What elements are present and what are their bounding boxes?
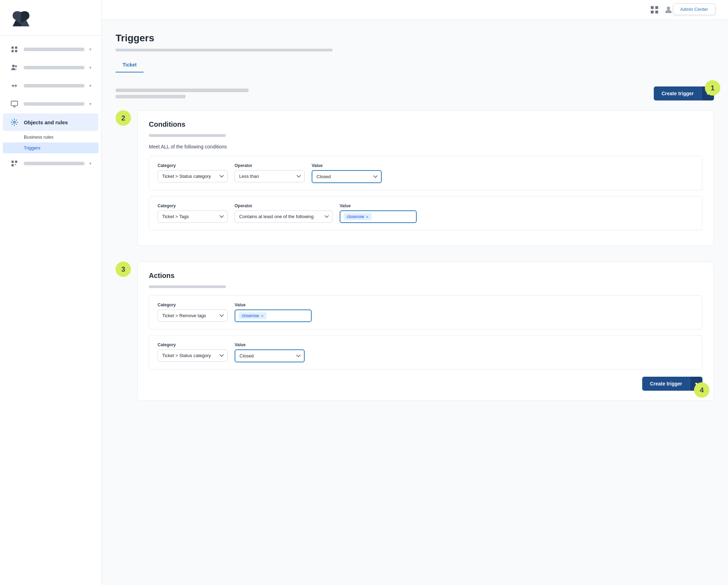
condition-1-category-label: Category bbox=[158, 163, 228, 168]
create-trigger-area: Create trigger ▾ 1 bbox=[654, 86, 714, 100]
action-1-category-select[interactable]: Ticket > Remove tags bbox=[158, 309, 228, 322]
conditions-subtitle-bar bbox=[149, 134, 226, 137]
admin-center-button[interactable]: Admin Center bbox=[673, 4, 715, 15]
condition-2-tag: closenow × bbox=[344, 213, 372, 220]
nav-label-bar bbox=[24, 102, 84, 106]
arrows-icon bbox=[10, 81, 19, 90]
create-trigger-bottom-area: Create trigger ▾ 4 bbox=[642, 377, 702, 391]
zendesk-logo-icon bbox=[11, 10, 32, 27]
svg-rect-12 bbox=[651, 6, 654, 9]
condition-1-value-group: Value Closed bbox=[312, 163, 382, 183]
filter-bars bbox=[116, 89, 654, 98]
condition-row-2: Category Ticket > Tags Operator Contains… bbox=[149, 196, 702, 230]
svg-point-4 bbox=[12, 65, 15, 67]
nav-label-bar bbox=[24, 48, 84, 51]
action-1-tag: closenow × bbox=[239, 312, 266, 319]
meet-all-label: Meet ALL of the following conditions bbox=[149, 144, 702, 149]
svg-point-5 bbox=[15, 65, 17, 68]
action-row-2: Category Ticket > Status category Value … bbox=[149, 335, 702, 370]
sub-nav: Business rules Triggers bbox=[3, 132, 98, 153]
actions-subtitle-bar bbox=[149, 285, 226, 288]
svg-rect-11 bbox=[15, 164, 16, 165]
sidebar-item-people[interactable]: ▾ bbox=[3, 59, 98, 76]
action-2-value-select[interactable]: Closed bbox=[235, 349, 305, 362]
action-1-value-group: Value closenow × bbox=[235, 302, 312, 322]
action-2-category-label: Category bbox=[158, 342, 228, 347]
svg-point-7 bbox=[13, 121, 15, 123]
nav-label-bar bbox=[24, 84, 84, 88]
condition-1-operator-label: Operator bbox=[235, 163, 305, 168]
action-1-category-group: Category Ticket > Remove tags bbox=[158, 302, 228, 322]
condition-2-tag-close[interactable]: × bbox=[366, 215, 369, 219]
objects-rules-icon bbox=[10, 118, 19, 127]
tab-ticket[interactable]: Ticket bbox=[116, 58, 144, 72]
chevron-down-icon: ▾ bbox=[89, 102, 91, 106]
condition-2-value-group: Value closenow × bbox=[340, 203, 417, 223]
condition-2-operator-select[interactable]: Contains at least one of the following bbox=[235, 210, 333, 223]
user-avatar-icon[interactable] bbox=[664, 5, 673, 15]
condition-2-operator-label: Operator bbox=[235, 203, 333, 208]
condition-row-2-fields: Category Ticket > Tags Operator Contains… bbox=[158, 203, 694, 223]
condition-2-category-group: Category Ticket > Tags bbox=[158, 203, 228, 223]
svg-rect-3 bbox=[15, 50, 17, 52]
condition-1-operator-group: Operator Less than bbox=[235, 163, 305, 182]
svg-rect-0 bbox=[12, 47, 14, 49]
bottom-btn-row: Create trigger ▾ 4 bbox=[149, 377, 702, 391]
page-title: Triggers bbox=[116, 33, 714, 44]
condition-1-value-label: Value bbox=[312, 163, 382, 168]
action-2-value-group: Value Closed bbox=[235, 342, 305, 362]
condition-1-category-group: Category Ticket > Status category bbox=[158, 163, 228, 182]
actions-section: Actions Category Ticket > Remove tags bbox=[137, 262, 714, 401]
page-content: Triggers Ticket Create trigger ▾ bbox=[102, 20, 728, 585]
tabs: Ticket bbox=[116, 58, 144, 72]
condition-1-category-select[interactable]: Ticket > Status category bbox=[158, 170, 228, 182]
create-trigger-btn-group-bottom: Create trigger ▾ bbox=[642, 377, 702, 391]
sidebar-item-arrows[interactable]: ▾ bbox=[3, 77, 98, 95]
action-2-value-label: Value bbox=[235, 342, 305, 347]
action-1-tag-close[interactable]: × bbox=[261, 314, 264, 318]
step-badge-1: 1 bbox=[705, 80, 720, 96]
action-2-category-group: Category Ticket > Status category bbox=[158, 342, 228, 362]
conditions-section: Conditions Meet ALL of the following con… bbox=[137, 110, 714, 246]
condition-1-value-select[interactable]: Closed bbox=[312, 170, 382, 183]
chevron-down-icon: ▾ bbox=[89, 65, 91, 70]
sidebar-objects-rules-label: Objects and rules bbox=[24, 119, 68, 125]
condition-2-operator-group: Operator Contains at least one of the fo… bbox=[235, 203, 333, 223]
sidebar-item-grid-plus[interactable]: ▾ bbox=[3, 155, 98, 172]
grid-icon[interactable] bbox=[650, 5, 659, 15]
sidebar-item-objects-rules[interactable]: Objects and rules bbox=[3, 113, 98, 131]
monitor-icon bbox=[10, 99, 19, 109]
actions-header: Actions bbox=[149, 272, 702, 280]
action-row-2-fields: Category Ticket > Status category Value … bbox=[158, 342, 694, 362]
svg-rect-8 bbox=[12, 161, 14, 163]
chevron-down-icon: ▾ bbox=[89, 161, 91, 166]
grid-plus-icon bbox=[10, 159, 19, 168]
action-1-value-label: Value bbox=[235, 302, 312, 307]
svg-rect-9 bbox=[15, 161, 17, 163]
people-icon bbox=[10, 63, 19, 72]
condition-2-category-select[interactable]: Ticket > Tags bbox=[158, 210, 228, 223]
svg-rect-1 bbox=[15, 47, 17, 49]
chevron-down-icon: ▾ bbox=[89, 83, 91, 88]
step-badge-3: 3 bbox=[116, 262, 131, 277]
action-1-tag-input[interactable]: closenow × bbox=[235, 309, 312, 322]
building-icon bbox=[10, 45, 19, 54]
sidebar-item-buildings[interactable]: ▾ bbox=[3, 41, 98, 58]
actions-title: Actions bbox=[149, 272, 174, 280]
sidebar-subitem-triggers[interactable]: Triggers bbox=[3, 142, 98, 153]
conditions-title: Conditions bbox=[149, 120, 185, 128]
sidebar-item-monitor[interactable]: ▾ bbox=[3, 95, 98, 113]
sidebar-logo bbox=[0, 0, 101, 36]
condition-row-1-fields: Category Ticket > Status category Operat… bbox=[158, 163, 694, 183]
action-row-1: Category Ticket > Remove tags Value clos… bbox=[149, 295, 702, 329]
sidebar-subitem-business-rules[interactable]: Business rules bbox=[3, 132, 98, 142]
create-trigger-button-bottom[interactable]: Create trigger bbox=[642, 377, 690, 391]
condition-2-tag-input[interactable]: closenow × bbox=[340, 210, 417, 223]
action-2-category-select[interactable]: Ticket > Status category bbox=[158, 349, 228, 362]
condition-2-category-label: Category bbox=[158, 203, 228, 208]
sidebar-nav: ▾ ▾ ▾ ▾ bbox=[0, 36, 101, 585]
condition-1-operator-select[interactable]: Less than bbox=[235, 170, 305, 182]
create-trigger-button-top[interactable]: Create trigger bbox=[654, 86, 701, 100]
svg-rect-15 bbox=[655, 11, 658, 13]
svg-rect-13 bbox=[655, 6, 658, 9]
